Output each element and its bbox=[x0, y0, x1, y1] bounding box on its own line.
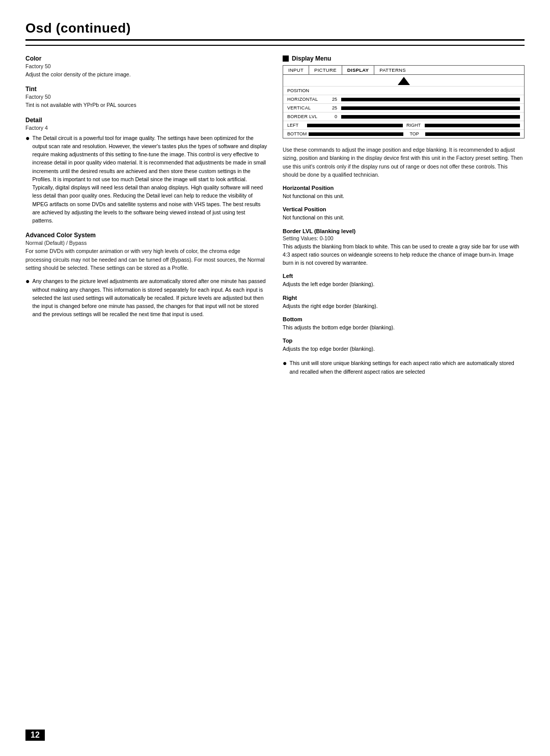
tint-body: Tint is not available with YPrPb or PAL … bbox=[25, 101, 267, 109]
page: Osd (continued) Color Factory 50 Adjust … bbox=[0, 0, 550, 756]
menu-row-position[interactable]: POSITION bbox=[283, 87, 524, 95]
page-title: Osd (continued) bbox=[25, 20, 525, 41]
detail-section: Detail Factory 4 ● The Detail circuit is… bbox=[25, 117, 267, 225]
top-label: TOP bbox=[405, 131, 423, 136]
vertical-bar-fill bbox=[341, 106, 431, 110]
bottom-section-body: This adjusts the bottom edge border (bla… bbox=[283, 323, 525, 331]
advanced-color-bullet2-text: Any changes to the picture level adjustm… bbox=[32, 277, 267, 318]
top-section-body: Adjusts the top edge border (blanking). bbox=[283, 345, 525, 353]
display-menu-header: Display Menu bbox=[283, 55, 525, 62]
page-number-bar: 12 bbox=[25, 730, 45, 741]
detail-factory: Factory 4 bbox=[25, 125, 267, 131]
horizontal-bar bbox=[341, 98, 520, 101]
vertical-position-section: Vertical Position Not functional on this… bbox=[283, 206, 525, 221]
vertical-label: VERTICAL bbox=[287, 105, 323, 110]
right-section-title: Right bbox=[283, 295, 525, 301]
main-content: Color Factory 50 Adjust the color densit… bbox=[25, 55, 525, 376]
vertical-value: 25 bbox=[326, 105, 337, 110]
top-section: Top Adjusts the top edge border (blankin… bbox=[283, 338, 525, 353]
right-section-body: Adjusts the right edge border (blanking)… bbox=[283, 302, 525, 310]
advanced-color-title: Advanced Color System bbox=[25, 232, 267, 239]
bullet-dot-final: ● bbox=[283, 359, 287, 368]
display-intro-text: Use these commands to adjust the image p… bbox=[283, 146, 525, 179]
left-column: Color Factory 50 Adjust the color densit… bbox=[25, 55, 267, 376]
border-lvl-body: This adjusts the blanking from black to … bbox=[283, 242, 525, 267]
horizontal-value: 25 bbox=[326, 97, 337, 102]
menu-up-arrow-row bbox=[283, 75, 524, 87]
horizontal-label: HORIZONTAL bbox=[287, 97, 323, 102]
tab-picture[interactable]: PICTURE bbox=[309, 66, 342, 74]
horizontal-position-section: Horizontal Position Not functional on th… bbox=[283, 185, 525, 200]
border-lvl-value: 0 bbox=[326, 114, 337, 119]
horizontal-bar-fill bbox=[341, 98, 431, 101]
position-label: POSITION bbox=[287, 88, 309, 93]
menu-box: INPUT PICTURE DISPLAY PATTERNS POSITION bbox=[283, 65, 525, 138]
detail-bullet1-text: The Detail circuit is a powerful tool fo… bbox=[32, 134, 267, 225]
color-title: Color bbox=[25, 55, 267, 62]
left-section: Left Adjusts the left edge border (blank… bbox=[283, 273, 525, 288]
final-bullet: ● This unit will store unique blanking s… bbox=[283, 359, 525, 376]
title-divider bbox=[25, 45, 525, 46]
up-arrow-icon bbox=[398, 77, 410, 85]
bottom-label: BOTTOM bbox=[287, 131, 307, 136]
tint-title: Tint bbox=[25, 86, 267, 93]
page-number: 12 bbox=[25, 730, 45, 741]
final-bullet-text: This unit will store unique blanking set… bbox=[289, 359, 525, 376]
bottom-section-title: Bottom bbox=[283, 316, 525, 322]
advanced-color-factory: Normal (Default) / Bypass bbox=[25, 240, 267, 246]
vertical-position-title: Vertical Position bbox=[283, 206, 525, 212]
top-bar bbox=[425, 132, 520, 136]
horizontal-position-body: Not functional on this unit. bbox=[283, 192, 525, 200]
left-bar bbox=[307, 124, 403, 127]
menu-row-border-lvl: BORDER LVL 0 bbox=[283, 113, 524, 121]
menu-row-bottom-top: BOTTOM TOP bbox=[283, 130, 524, 138]
tab-input[interactable]: INPUT bbox=[283, 66, 309, 74]
left-label: LEFT bbox=[287, 123, 305, 128]
display-menu-title: Display Menu bbox=[292, 55, 331, 62]
menu-row-horizontal: HORIZONTAL 25 bbox=[283, 95, 524, 104]
tab-patterns[interactable]: PATTERNS bbox=[374, 66, 411, 74]
right-bar bbox=[425, 124, 520, 127]
border-lvl-label: BORDER LVL bbox=[287, 114, 323, 119]
menu-row-left-right: LEFT RIGHT bbox=[283, 121, 524, 130]
advanced-color-section: Advanced Color System Normal (Default) /… bbox=[25, 232, 267, 318]
tint-factory: Factory 50 bbox=[25, 94, 267, 100]
left-section-body: Adjusts the left edge border (blanking). bbox=[283, 280, 525, 288]
border-lvl-section-title: Border LVL (Blanking level) bbox=[283, 228, 525, 234]
color-body: Adjust the color density of the picture … bbox=[25, 70, 267, 78]
border-lvl-setting: Setting Values: 0-100 bbox=[283, 235, 525, 241]
black-square-icon bbox=[283, 55, 289, 62]
left-section-title: Left bbox=[283, 273, 525, 279]
bottom-section: Bottom This adjusts the bottom edge bord… bbox=[283, 316, 525, 331]
color-section: Color Factory 50 Adjust the color densit… bbox=[25, 55, 267, 78]
tint-section: Tint Factory 50 Tint is not available wi… bbox=[25, 86, 267, 109]
menu-tabs: INPUT PICTURE DISPLAY PATTERNS bbox=[283, 66, 524, 75]
color-factory: Factory 50 bbox=[25, 63, 267, 69]
detail-title: Detail bbox=[25, 117, 267, 124]
detail-bullet1: ● The Detail circuit is a powerful tool … bbox=[25, 134, 267, 225]
display-menu-section: Display Menu INPUT PICTURE DISPLAY PATTE… bbox=[283, 55, 525, 138]
right-label: RIGHT bbox=[405, 123, 423, 128]
tab-display[interactable]: DISPLAY bbox=[342, 66, 374, 74]
vertical-bar bbox=[341, 106, 520, 110]
border-lvl-section: Border LVL (Blanking level) Setting Valu… bbox=[283, 228, 525, 267]
advanced-color-body: For some DVDs with computer animation or… bbox=[25, 247, 267, 272]
advanced-color-bullet2: ● Any changes to the picture level adjus… bbox=[25, 277, 267, 318]
vertical-position-body: Not functional on this unit. bbox=[283, 213, 525, 221]
bullet-dot-2: ● bbox=[25, 277, 30, 286]
bottom-bar bbox=[309, 132, 403, 136]
horizontal-position-title: Horizontal Position bbox=[283, 185, 525, 191]
right-section: Right Adjusts the right edge border (bla… bbox=[283, 295, 525, 310]
border-lvl-bar bbox=[341, 115, 520, 119]
top-section-title: Top bbox=[283, 338, 525, 344]
bullet-dot-1: ● bbox=[25, 134, 30, 143]
right-column: Display Menu INPUT PICTURE DISPLAY PATTE… bbox=[283, 55, 525, 376]
menu-row-vertical: VERTICAL 25 bbox=[283, 104, 524, 113]
